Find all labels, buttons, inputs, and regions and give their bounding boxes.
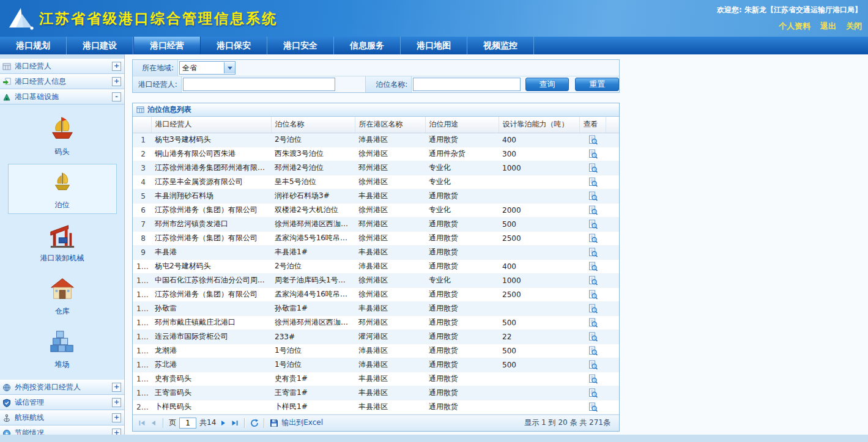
table-row[interactable]: 7邳州市岔河镇贵发港口徐州港邳州港区西泇河...邳州港区通用散货500 — [133, 217, 619, 231]
last-page-icon[interactable] — [231, 419, 239, 427]
search-button[interactable]: 查询 — [525, 78, 569, 91]
nav-tab[interactable]: 港口建设 — [67, 37, 133, 54]
table-row[interactable]: 15连云港市国际货柜公司233#灌河港区通用散货22 — [133, 330, 619, 344]
nav-tab[interactable]: 港口经营 — [133, 37, 201, 54]
cell-usage: 通用散货 — [425, 217, 499, 231]
table-row[interactable]: 2铜山港务有限公司西朱港西朱渡3号泊位徐州港区通用件杂货300 — [133, 147, 619, 161]
table-row[interactable]: 18史有贵码头史有贵1#丰县港区通用散货 — [133, 372, 619, 386]
view-record-button[interactable] — [588, 149, 598, 159]
table-row[interactable]: 1杨屯3号建材码头2号泊位沛县港区通用散货400 — [133, 133, 619, 147]
nav-tab[interactable]: 港口保安 — [201, 37, 267, 54]
view-record-button[interactable] — [588, 360, 598, 370]
prev-page-icon[interactable] — [149, 419, 158, 427]
facility-item[interactable]: 港口装卸机械 — [8, 217, 117, 267]
table-row[interactable]: 14邳州市戴庄镇戴庄北港口徐州港邳州港区西泇河...邳州港区通用散货500 — [133, 315, 619, 330]
sidebar-section[interactable]: 港口经营人+ — [0, 59, 124, 74]
table-row[interactable]: 4江苏呈丰金属资源有限公司呈丰5号泊位徐州港区专业化 — [133, 175, 619, 189]
view-record-button[interactable] — [588, 219, 598, 229]
export-excel-button[interactable]: 输出到Excel — [281, 418, 323, 428]
cell-berth-name: 2号泊位 — [271, 259, 355, 273]
cell-view — [579, 147, 606, 161]
view-record-button[interactable] — [588, 276, 598, 285]
view-record-button[interactable] — [588, 346, 598, 356]
sidebar-section[interactable]: 外商投资港口经营人+ — [0, 380, 124, 395]
berth-name-input[interactable] — [413, 78, 520, 91]
cell-filler — [606, 189, 619, 203]
header-link[interactable]: 关闭 — [846, 21, 862, 32]
facility-item[interactable]: 泊位 — [8, 164, 117, 214]
expand-icon[interactable]: + — [112, 62, 121, 71]
facility-item[interactable]: 堆场 — [8, 323, 117, 374]
view-record-button[interactable] — [588, 135, 598, 145]
save-icon — [270, 419, 278, 427]
expand-icon[interactable]: + — [112, 429, 121, 435]
row-number: 17 — [133, 358, 151, 372]
table-row[interactable]: 6江苏徐州港务（集团）有限公司双楼港2号大机泊位徐州港区专业化2000 — [133, 203, 619, 217]
table-row[interactable]: 19王寄雷码头王寄雷1#丰县港区通用散货 — [133, 386, 619, 400]
nav-tab[interactable]: 信息服务 — [334, 37, 401, 54]
cell-filler — [606, 287, 619, 301]
operator-input[interactable] — [183, 78, 335, 91]
facility-item[interactable]: 仓库 — [8, 270, 117, 320]
table-row[interactable]: 12江苏徐州港务（集团）有限公司孟家沟港4号16吨吊泊位徐州港区通用散货2500 — [133, 287, 619, 301]
reset-button[interactable]: 重置 — [575, 78, 619, 91]
table-row[interactable]: 8江苏徐州港务（集团）有限公司孟家沟港5号16吨吊泊位徐州港区通用散货2500 — [133, 231, 619, 245]
header-link[interactable]: 个人资料 — [779, 21, 811, 32]
expand-icon[interactable]: + — [112, 383, 121, 392]
view-record-button[interactable] — [588, 290, 598, 300]
column-header[interactable]: 港口经营人 — [151, 117, 271, 133]
berth-name-label: 泊位名称: — [365, 76, 412, 92]
view-record-button[interactable] — [588, 374, 598, 384]
header-link[interactable]: 退出 — [820, 21, 836, 32]
cell-filler — [606, 372, 619, 386]
nav-tab[interactable]: 港口安全 — [267, 37, 334, 54]
view-record-button[interactable] — [588, 248, 598, 257]
sidebar-section[interactable]: 诚信管理+ — [0, 395, 124, 410]
view-record-button[interactable] — [588, 205, 598, 215]
view-record-button[interactable] — [588, 262, 598, 271]
table-row[interactable]: 9丰县港丰县港1#丰县港区通用散货 — [133, 245, 619, 259]
view-record-button[interactable] — [588, 318, 598, 328]
column-header[interactable]: 查看 — [579, 117, 606, 133]
table-row[interactable]: 11中国石化江苏徐州石油分公司周...周老子油库码头1号泊位徐州港区专业化100… — [133, 273, 619, 287]
view-record-button[interactable] — [588, 304, 598, 314]
sidebar-section-label: 港口基础设施 — [15, 92, 112, 102]
view-record-button[interactable] — [588, 177, 598, 187]
column-header[interactable]: 泊位用途 — [425, 117, 499, 133]
nav-tab[interactable]: 港口地图 — [401, 37, 467, 54]
chevron-down-icon[interactable] — [224, 62, 235, 73]
sidebar-section[interactable]: 港口基础设施- — [0, 89, 124, 105]
page-number-input[interactable] — [179, 418, 196, 429]
expand-icon[interactable]: + — [112, 398, 121, 407]
table-row[interactable]: 5丰县润翔砂石料场润祥砂石料场3#丰县港区通用散货 — [133, 189, 619, 203]
facility-item[interactable]: 码头 — [8, 111, 117, 161]
view-record-button[interactable] — [588, 234, 598, 243]
region-select[interactable]: 全省 — [179, 61, 236, 75]
sidebar-section[interactable]: 航班航线+ — [0, 410, 124, 425]
view-record-button[interactable] — [588, 332, 598, 342]
view-record-button[interactable] — [588, 191, 598, 201]
refresh-icon[interactable] — [250, 419, 259, 427]
next-page-icon[interactable] — [219, 419, 228, 427]
nav-tab[interactable]: 港口规划 — [0, 37, 67, 54]
table-row[interactable]: 10杨屯2号建材码头2号泊位沛县港区通用散货400 — [133, 259, 619, 273]
sidebar-section[interactable]: 港口经营人信息+ — [0, 74, 124, 89]
table-row[interactable]: 3江苏徐州港港务集团邳州港有限公司邳州港2号泊位邳州港区专业化1000 — [133, 161, 619, 175]
view-record-button[interactable] — [588, 402, 598, 412]
expand-icon[interactable]: + — [112, 413, 121, 422]
column-header[interactable]: 设计靠泊能力（吨） — [499, 117, 579, 133]
nav-tab[interactable]: 视频监控 — [467, 37, 534, 54]
collapse-icon[interactable]: - — [112, 92, 121, 101]
cell-view — [579, 175, 606, 189]
table-row[interactable]: 20卜样民码头卜样民1#丰县港区通用散货 — [133, 400, 619, 414]
view-record-button[interactable] — [588, 163, 598, 173]
view-record-button[interactable] — [588, 388, 598, 398]
expand-icon[interactable]: + — [112, 77, 121, 86]
column-header[interactable]: 泊位名称 — [271, 117, 355, 133]
table-row[interactable]: 17苏北港1号泊位沛县港区通用散货500 — [133, 358, 619, 372]
first-page-icon[interactable] — [138, 419, 146, 427]
sidebar-section[interactable]: 节能情况+ — [0, 425, 124, 435]
table-row[interactable]: 16龙潮港1号泊位沛县港区通用散货500 — [133, 344, 619, 358]
table-row[interactable]: 13孙敬雷孙敬雷1#丰县港区通用散货 — [133, 301, 619, 315]
column-header[interactable]: 所在港区名称 — [355, 117, 425, 133]
